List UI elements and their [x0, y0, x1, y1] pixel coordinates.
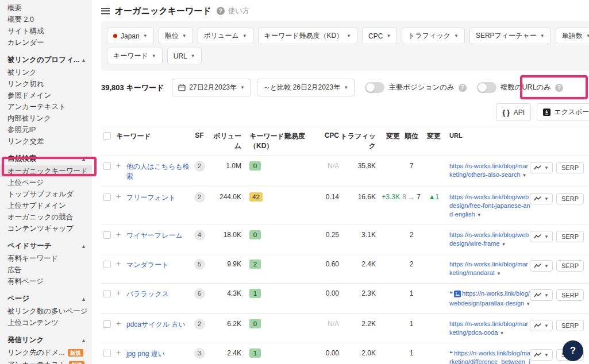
select-all-checkbox[interactable]	[103, 132, 111, 140]
sidebar-item-トップサブフォルダ[interactable]: トップサブフォルダ	[0, 188, 92, 200]
sidebar-item-広告[interactable]: 広告	[0, 264, 92, 276]
sidebar-section-label: ページ	[7, 294, 29, 304]
sidebar-item-上位ページ[interactable]: 上位ページ	[0, 177, 92, 188]
add-keyword-button[interactable]: +	[116, 162, 126, 169]
add-keyword-button[interactable]: +	[116, 231, 126, 238]
url-link[interactable]: https://n-works.link/blog/webdesign/para…	[449, 290, 530, 307]
row-checkbox[interactable]	[103, 350, 111, 357]
filter-トラフィック[interactable]: トラフィック▼	[402, 28, 465, 44]
url-link[interactable]: https://n-works.link/blog/marketing/diff…	[449, 350, 530, 364]
date-picker[interactable]: 27日2月2023年▼	[172, 79, 251, 96]
compare-date-picker[interactable]: ～と比較 26日2月2023年▼	[257, 79, 355, 96]
url-link[interactable]: https://n-works.link/blog/webdesign/wire…	[449, 231, 529, 247]
export-button[interactable]: エクスポート	[537, 103, 589, 121]
chart-dropdown-button[interactable]: ▼	[530, 320, 553, 331]
sidebar-item-参照元IP[interactable]: 参照元IP	[0, 124, 92, 135]
sidebar-section-title[interactable]: 発信リンク▲	[0, 328, 92, 347]
sidebar-item-有料ページ[interactable]: 有料ページ	[0, 276, 92, 287]
add-keyword-button[interactable]: +	[116, 320, 126, 327]
url-link[interactable]: https://n-works.link/blog/webdesign/free…	[449, 193, 530, 218]
serp-button[interactable]: SERP	[556, 320, 584, 331]
sidebar-item-上位コンテンツ[interactable]: 上位コンテンツ	[0, 317, 92, 328]
volume-value: 244.0K	[208, 193, 241, 201]
url-link[interactable]: https://n-works.link/blog/marketing/othe…	[449, 162, 528, 178]
menu-icon[interactable]	[101, 8, 110, 14]
main-positions-toggle[interactable]	[365, 82, 384, 93]
keyword-link[interactable]: 他の人はこちらも検索	[126, 162, 190, 180]
serp-button[interactable]: SERP	[556, 193, 584, 204]
chart-dropdown-button[interactable]: ▼	[530, 349, 553, 361]
keyword-link[interactable]: pdcaサイクル 古い	[126, 320, 186, 328]
sidebar-item-上位サブドメイン[interactable]: 上位サブドメイン	[0, 200, 92, 211]
row-checkbox[interactable]	[103, 231, 111, 239]
filter-ボリューム[interactable]: ボリューム▼	[198, 28, 253, 44]
add-keyword-button[interactable]: +	[116, 349, 126, 357]
serp-button[interactable]: SERP	[556, 260, 584, 272]
chart-dropdown-button[interactable]: ▼	[530, 162, 553, 173]
traffic-value: 2.0K	[339, 349, 376, 357]
sidebar-item-カレンダー[interactable]: カレンダー	[0, 37, 92, 48]
sidebar-section-title[interactable]: ページ▲	[0, 287, 92, 305]
chevron-down-icon: ▼	[454, 33, 459, 38]
row-checkbox[interactable]	[103, 162, 111, 170]
sidebar-item-有料キーワード[interactable]: 有料キーワード	[0, 253, 92, 264]
sidebar-item-リンク先のドメ...[interactable]: リンク先のドメ...新規	[0, 347, 92, 359]
filter-SERPフィーチャー[interactable]: SERPフィーチャー▼	[469, 28, 551, 44]
sidebar-item-リンク切れ[interactable]: リンク切れ	[0, 78, 92, 90]
filter-キーワード[interactable]: キーワード▼	[107, 48, 163, 64]
add-keyword-button[interactable]: +	[116, 193, 126, 200]
serp-button[interactable]: SERP	[556, 162, 584, 173]
howto-link[interactable]: 使い方	[228, 6, 250, 16]
multiple-urls-toggle[interactable]	[477, 82, 496, 93]
sidebar-item-label: 被リンク数の多いページ	[7, 307, 88, 315]
keyword-link[interactable]: マンダラート	[126, 261, 168, 269]
keyword-link[interactable]: パララックス	[126, 290, 169, 298]
sidebar-item-オーガニックキーワード[interactable]: オーガニックキーワード	[0, 165, 92, 177]
filter-キーワード難易度（KD）[interactable]: キーワード難易度（KD）▼	[258, 28, 357, 44]
add-keyword-button[interactable]: +	[116, 260, 126, 268]
sidebar-item-参照ドメイン[interactable]: 参照ドメイン	[0, 90, 92, 101]
sidebar-section-title[interactable]: ペイドサーチ▲	[0, 234, 92, 253]
api-button[interactable]: { } API	[496, 103, 531, 121]
keyword-link[interactable]: フリーフォント	[126, 193, 176, 202]
row-checkbox[interactable]	[103, 261, 111, 268]
serp-button[interactable]: SERP	[556, 231, 584, 242]
chart-dropdown-button[interactable]: ▼	[530, 289, 553, 301]
row-checkbox[interactable]	[103, 193, 111, 201]
filter-Japan[interactable]: Japan▼	[107, 28, 154, 44]
keyword-link[interactable]: jpg png 違い	[126, 350, 165, 358]
filter-単語数[interactable]: 単語数▼	[556, 28, 589, 44]
sidebar-section-title[interactable]: 被リンクのプロフィ...▲	[0, 48, 92, 67]
sidebar-item-被リンク数の多いページ[interactable]: 被リンク数の多いページ	[0, 305, 92, 317]
filter-順位[interactable]: 順位▼	[159, 28, 193, 44]
keyword-link[interactable]: ワイヤーフレーム	[126, 231, 183, 239]
url-link[interactable]: https://n-works.link/blog/marketing/mand…	[449, 261, 528, 276]
serp-button[interactable]: SERP	[556, 289, 584, 301]
url-link[interactable]: https://n-works.link/blog/marketing/pdca…	[449, 320, 528, 336]
chart-dropdown-button[interactable]: ▼	[530, 193, 553, 204]
sidebar-item-オーガニックの競合[interactable]: オーガニックの競合	[0, 211, 92, 223]
add-keyword-button[interactable]: +	[116, 289, 126, 297]
sidebar-item-リンク交差[interactable]: リンク交差	[0, 135, 92, 147]
toggle-label: 主要ポジションのみ	[388, 83, 455, 92]
sidebar-item-コンテンツギャップ[interactable]: コンテンツギャップ	[0, 223, 92, 234]
chart-dropdown-button[interactable]: ▼	[530, 260, 553, 272]
sidebar-item-label: アンカーテキスト	[7, 361, 66, 364]
filter-URL[interactable]: URL▼	[167, 48, 202, 64]
page-title: オーガニックキーワード	[115, 6, 211, 17]
row-checkbox[interactable]	[103, 290, 111, 297]
filter-label: 順位	[165, 31, 179, 41]
sidebar-item-内部被リンク[interactable]: 内部被リンク	[0, 113, 92, 124]
sidebar-item-サイト構成[interactable]: サイト構成	[0, 25, 92, 37]
chart-dropdown-button[interactable]: ▼	[530, 231, 553, 242]
sidebar-item-アンカーテキスト[interactable]: アンカーテキスト新規	[0, 359, 92, 364]
sidebar-section-title[interactable]: 自然検索▲	[0, 147, 92, 165]
floating-help-button[interactable]: ?	[563, 340, 583, 361]
sidebar-item-アンカーテキスト[interactable]: アンカーテキスト	[0, 101, 92, 113]
filter-CPC[interactable]: CPC▼	[362, 28, 397, 44]
row-checkbox[interactable]	[103, 320, 111, 328]
sidebar-item-被リンク[interactable]: 被リンク	[0, 67, 92, 78]
kd-badge: 2	[249, 260, 261, 269]
sidebar-item-概要 2.0[interactable]: 概要 2.0	[0, 14, 92, 25]
sidebar-item-概要[interactable]: 概要	[0, 2, 92, 14]
